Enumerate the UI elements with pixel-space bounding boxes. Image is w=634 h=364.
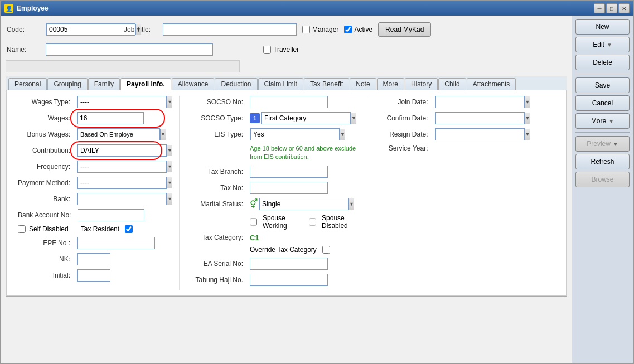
tabs-container: Personal Grouping Family Payroll Info. A… (6, 76, 567, 297)
join-date-input[interactable] (435, 96, 525, 108)
cancel-button[interactable]: Cancel (575, 95, 630, 111)
socso-type-input[interactable] (262, 112, 351, 124)
tab-allowance[interactable]: Allowance (172, 78, 215, 90)
spouse-working-checkbox[interactable] (250, 218, 257, 226)
new-button[interactable]: New (575, 19, 630, 35)
save-button[interactable]: Save (575, 77, 630, 93)
confirm-date-row: Confirm Date: ▼ (376, 112, 555, 124)
resign-date-input[interactable] (435, 128, 525, 140)
frequency-input[interactable] (78, 161, 167, 173)
marital-status-input[interactable] (259, 198, 349, 210)
tab-payroll-info[interactable]: Payroll Info. (120, 78, 171, 90)
eis-type-combo[interactable]: ▼ (250, 128, 294, 140)
spouse-row: Spouse Working Spouse Disabled (185, 214, 364, 230)
eis-type-input[interactable] (250, 128, 340, 140)
bank-account-input[interactable] (78, 209, 144, 221)
more-button[interactable]: More ▼ (575, 113, 630, 129)
read-mykad-button[interactable]: Read MyKad (378, 22, 431, 37)
epf-input[interactable] (77, 237, 155, 249)
tab-more[interactable]: More (377, 78, 404, 90)
socso-type-dropdown[interactable]: ▼ (351, 113, 356, 124)
resign-date-dropdown[interactable]: ▼ (525, 129, 530, 140)
marital-status-dropdown[interactable]: ▼ (349, 198, 354, 210)
bank-input[interactable] (78, 193, 167, 205)
edit-button[interactable]: Edit ▼ (575, 37, 630, 52)
traveller-checkbox[interactable] (263, 46, 271, 54)
frequency-combo[interactable]: ▼ (77, 161, 144, 173)
tax-branch-row: Tax Branch: (185, 166, 364, 178)
wages-input[interactable] (77, 112, 144, 124)
tax-no-input[interactable] (250, 182, 328, 194)
eis-note: Age 18 below or 60 and above exclude fro… (250, 144, 364, 162)
tab-child[interactable]: Child (438, 78, 466, 90)
tax-branch-input[interactable] (250, 166, 328, 178)
confirm-date-combo[interactable]: ▼ (435, 112, 507, 124)
override-checkbox[interactable] (322, 246, 330, 254)
delete-button[interactable]: Delete (575, 55, 630, 70)
edit-label: Edit (593, 41, 604, 48)
bank-row: Bank: ▼ (18, 193, 173, 205)
bank-dropdown[interactable]: ▼ (167, 193, 172, 205)
tab-grouping[interactable]: Grouping (47, 78, 87, 90)
tab-tax-benefit[interactable]: Tax Benefit (304, 78, 349, 90)
marital-status-combo[interactable]: ▼ (259, 198, 320, 210)
tab-deduction[interactable]: Deduction (215, 78, 257, 90)
tab-attachments[interactable]: Attachments (467, 78, 516, 90)
tabung-haji-input[interactable] (250, 274, 328, 286)
contribution-input[interactable] (78, 144, 167, 157)
bonus-wages-input[interactable] (78, 128, 160, 140)
job-title-input[interactable] (163, 23, 297, 36)
close-button[interactable]: ✕ (618, 3, 630, 13)
manager-checkbox[interactable] (302, 26, 310, 33)
initial-input[interactable] (77, 269, 110, 282)
contribution-combo[interactable]: ▼ (77, 144, 144, 157)
tab-family[interactable]: Family (88, 78, 120, 90)
right-panel: New Edit ▼ Delete Save Cancel Mor (572, 16, 633, 363)
socso-icon: 1 (250, 113, 260, 123)
wages-type-combo[interactable]: ▼ (77, 96, 144, 108)
self-disabled-checkbox[interactable] (18, 225, 26, 233)
code-input[interactable] (46, 23, 135, 36)
bonus-wages-dropdown[interactable]: ▼ (160, 129, 166, 140)
spouse-disabled-checkbox[interactable] (309, 218, 316, 226)
service-year-label: Service Year: (376, 144, 432, 152)
minimize-button[interactable]: ─ (594, 3, 605, 13)
confirm-date-input[interactable] (435, 112, 525, 124)
tab-claim-limit[interactable]: Claim Limit (258, 78, 303, 90)
payment-method-input[interactable] (78, 177, 167, 189)
refresh-button[interactable]: Refresh (575, 154, 630, 169)
wages-type-dropdown[interactable]: ▼ (167, 96, 172, 108)
join-date-dropdown[interactable]: ▼ (525, 96, 530, 108)
payment-method-combo[interactable]: ▼ (77, 177, 144, 189)
socso-type-group: 1 ▼ (250, 112, 333, 124)
code-combo[interactable]: ▼ (46, 23, 118, 36)
socso-no-input[interactable] (250, 96, 328, 108)
contribution-highlight-group: ▼ (77, 144, 144, 157)
confirm-date-dropdown[interactable]: ▼ (525, 113, 530, 124)
ea-serial-input[interactable] (250, 258, 328, 270)
join-date-combo[interactable]: ▼ (435, 96, 507, 108)
tax-resident-checkbox[interactable] (125, 225, 133, 233)
preview-button[interactable]: Preview ▼ (575, 136, 630, 152)
name-input[interactable] (46, 43, 213, 56)
self-disabled-row: Self Disabled Tax Resident (18, 225, 173, 233)
browse-button[interactable]: Browse (575, 172, 630, 187)
resign-date-combo[interactable]: ▼ (435, 128, 507, 140)
preview-arrow-icon: ▼ (613, 141, 618, 147)
tab-history[interactable]: History (405, 78, 438, 90)
payment-method-dropdown[interactable]: ▼ (167, 177, 172, 188)
nk-input[interactable] (77, 253, 110, 265)
tab-personal[interactable]: Personal (8, 78, 47, 90)
wages-type-input[interactable] (78, 96, 167, 108)
maximize-button[interactable]: □ (606, 3, 617, 13)
socso-type-combo[interactable]: ▼ (261, 112, 333, 124)
contribution-dropdown[interactable]: ▼ (167, 145, 172, 156)
bank-combo[interactable]: ▼ (77, 193, 144, 205)
tax-resident-label: Tax Resident (81, 225, 119, 233)
bonus-wages-combo[interactable]: ▼ (77, 128, 149, 140)
active-checkbox[interactable] (344, 26, 352, 33)
tab-note[interactable]: Note (350, 78, 376, 90)
eis-type-dropdown[interactable]: ▼ (340, 129, 345, 140)
frequency-dropdown[interactable]: ▼ (167, 161, 172, 172)
traveller-label: Traveller (273, 46, 299, 54)
